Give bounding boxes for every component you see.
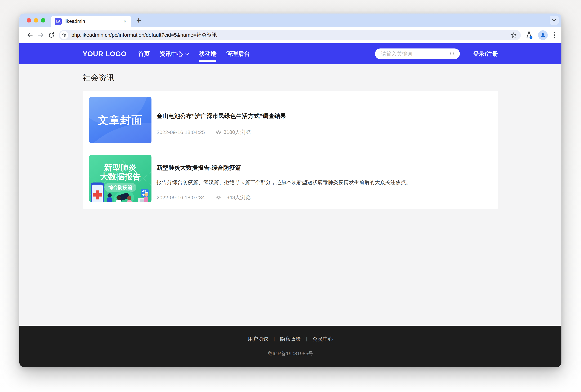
nav-item-admin[interactable]: 管理后台 [221, 43, 255, 64]
toolbar-right-icons [525, 30, 556, 40]
article-thumbnail[interactable]: 文章封面 [89, 97, 151, 143]
url-bar[interactable]: php.likeadmin.cn/pc/information/default?… [59, 30, 521, 40]
bookmark-star-icon[interactable] [510, 32, 517, 38]
icp-record-number: 粤ICP备19081985号 [267, 350, 313, 357]
thumbnail-badge: 综合防疫篇 [108, 185, 132, 190]
footer-separator: | [274, 336, 275, 342]
footer-link-member-center[interactable]: 会员中心 [312, 336, 333, 343]
article-description: 报告分综合防疫篇、武汉篇、拒绝野味篇三个部分，还原本次新型冠状病毒肺炎疫情发生前… [157, 179, 491, 186]
reload-button[interactable] [46, 30, 57, 40]
experiments-flask-icon[interactable] [525, 31, 533, 39]
tab-close-icon[interactable]: × [122, 18, 128, 24]
views-count: 3180人浏览 [223, 129, 251, 136]
profile-avatar[interactable] [538, 30, 548, 40]
eye-icon [216, 194, 221, 200]
thumbnail-text-line1: 新型肺炎 [104, 163, 137, 172]
chevron-down-icon [552, 19, 556, 22]
footer-links: 用户协议 | 隐私政策 | 会员中心 [248, 336, 333, 343]
tab-search-button[interactable] [550, 16, 559, 25]
footer-link-user-agreement[interactable]: 用户协议 [248, 336, 269, 343]
new-tab-button[interactable]: + [134, 15, 144, 25]
login-register-link[interactable]: 登录/注册 [473, 50, 498, 58]
forward-button[interactable] [35, 30, 46, 40]
article-thumbnail[interactable]: 新型肺炎 大数据报告 综合防疫篇 [89, 155, 151, 202]
footer-separator: | [306, 336, 307, 342]
article-meta: 2022-09-16 18:04:25 3180人浏览 [157, 129, 491, 136]
divider [89, 209, 491, 209]
divider [89, 149, 491, 149]
web-page: YOUR LOGO 首页 资讯中心 移动端 [19, 43, 562, 367]
eye-icon [216, 129, 221, 135]
thumbnail-text: 文章封面 [98, 113, 143, 128]
nav-item-label: 首页 [138, 50, 150, 58]
active-nav-indicator [199, 60, 216, 62]
footer-link-privacy-policy[interactable]: 隐私政策 [280, 336, 301, 343]
back-button[interactable] [24, 30, 35, 40]
window-minimize-button[interactable] [34, 18, 38, 22]
site-favicon: LA [55, 18, 62, 25]
site-logo[interactable]: YOUR LOGO [83, 50, 126, 58]
url-text[interactable]: php.likeadmin.cn/pc/information/default?… [71, 32, 508, 38]
main-menu: 首页 资讯中心 移动端 管理后台 [133, 43, 255, 64]
person-icon [540, 32, 546, 38]
site-navbar: YOUR LOGO 首页 资讯中心 移动端 [19, 43, 562, 64]
search-icon[interactable] [449, 51, 455, 57]
keyword-search-box[interactable] [375, 48, 460, 59]
views-count: 1843人浏览 [223, 194, 251, 201]
site-footer: 用户协议 | 隐私政策 | 会员中心 粤ICP备19081985号 [19, 326, 562, 367]
nav-item-label: 移动端 [199, 50, 217, 58]
reload-icon [48, 32, 55, 38]
site-settings-icon[interactable] [60, 31, 68, 39]
article-item[interactable]: 文章封面 金山电池公布“沪广深市民绿色生活方式”调查结果 2022-09-16 … [89, 97, 491, 143]
page-title: 社会资讯 [83, 72, 498, 83]
article-title[interactable]: 新型肺炎大数据报告-综合防疫篇 [157, 164, 491, 172]
back-arrow-icon [26, 32, 33, 38]
content-area: 社会资讯 文章封面 金山电池公布“沪广深市民绿色生活方式”调查结果 2022-0… [19, 64, 562, 326]
article-date: 2022-09-16 18:04:25 [157, 129, 205, 135]
nav-item-home[interactable]: 首页 [133, 43, 155, 64]
article-meta: 2022-09-16 18:07:34 1843人浏览 [157, 194, 491, 201]
search-input[interactable] [381, 51, 449, 57]
browser-tab[interactable]: LA likeadmin × [51, 16, 131, 27]
nav-item-label: 资讯中心 [159, 50, 183, 58]
tab-title: likeadmin [64, 18, 122, 24]
tab-strip: LA likeadmin × + [19, 14, 562, 27]
article-item[interactable]: 新型肺炎 大数据报告 综合防疫篇 [89, 155, 491, 202]
article-date: 2022-09-16 18:07:34 [157, 194, 205, 200]
browser-toolbar: php.likeadmin.cn/pc/information/default?… [19, 27, 562, 43]
forward-arrow-icon [37, 32, 44, 38]
chevron-down-icon [185, 53, 189, 55]
article-views: 3180人浏览 [216, 129, 251, 136]
article-views: 1843人浏览 [216, 194, 251, 201]
browser-window: LA likeadmin × + php.likeadmin.cn/pc/inf… [19, 14, 562, 367]
window-zoom-button[interactable] [41, 18, 45, 22]
nav-item-news-center[interactable]: 资讯中心 [155, 43, 194, 64]
thumbnail-text-line2: 大数据报告 [100, 172, 141, 181]
article-title[interactable]: 金山电池公布“沪广深市民绿色生活方式”调查结果 [157, 112, 491, 120]
nav-item-label: 管理后台 [226, 50, 250, 58]
nav-item-mobile[interactable]: 移动端 [194, 43, 221, 64]
window-close-button[interactable] [27, 18, 31, 22]
browser-menu-icon[interactable] [553, 31, 556, 39]
window-controls [27, 18, 45, 22]
article-list-card: 文章封面 金山电池公布“沪广深市民绿色生活方式”调查结果 2022-09-16 … [83, 91, 498, 209]
